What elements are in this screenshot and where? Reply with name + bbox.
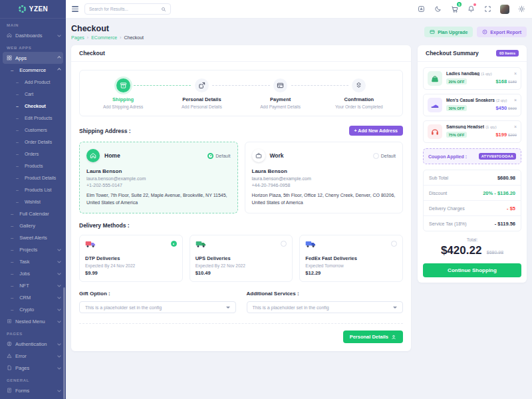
address-card-work[interactable]: Work Default Laura Benson laura.benson@e… <box>245 142 404 213</box>
step-personal-details[interactable]: Personal Details Add Personal Details <box>162 78 241 109</box>
sidebar-item-crypto[interactable]: Crypto <box>0 303 66 315</box>
default-radio-work[interactable]: Default <box>373 153 396 159</box>
address-card-home[interactable]: Home Default Laura Benson laura.benson@e… <box>79 142 238 213</box>
radio-selected-icon <box>207 153 213 159</box>
page-header: Checkout Pages ECommerce Checkout Plan U… <box>71 24 527 40</box>
notifications-bell-icon[interactable] <box>467 5 475 13</box>
delivery-card-ups[interactable]: UPS Deliveries Expected By 22 Nov 2022 $… <box>190 235 293 282</box>
sidebar-scrollbar[interactable] <box>63 287 65 399</box>
sidebar-item-checkout[interactable]: Checkout <box>0 100 66 112</box>
delivery-card-fedex[interactable]: FedEx Fast Deliveries Expected Tomorrow … <box>299 235 403 282</box>
settings-gear-icon[interactable] <box>517 5 526 13</box>
coupon-applied-box: Coupon Applied : ATYVB97GOOAA <box>423 148 521 164</box>
sidebar-item-authentication[interactable]: Authentication <box>0 338 66 350</box>
topbar-icons: 5 <box>417 5 526 14</box>
step-shipping[interactable]: Shipping Add Shipping Adress <box>84 78 162 109</box>
user-lock-icon <box>7 341 12 346</box>
menu-toggle-icon[interactable] <box>72 6 78 11</box>
truck-icon <box>85 241 177 251</box>
sidebar-item-crm[interactable]: CRM <box>0 291 66 303</box>
sidebar-item-sweet-alerts[interactable]: Sweet Alerts <box>0 231 66 243</box>
cart-count-badge: 5 <box>457 2 462 7</box>
sidebar-item-edit-products[interactable]: Edit Products <box>0 112 66 124</box>
fullscreen-icon[interactable] <box>483 5 492 13</box>
language-icon[interactable] <box>417 5 426 13</box>
sidebar-item-dashboards[interactable]: Dashboards <box>0 29 66 41</box>
continue-shopping-button[interactable]: Continue Shopping <box>423 263 521 277</box>
sidebar-item-forms[interactable]: Forms <box>0 384 66 396</box>
truck-icon <box>305 241 397 251</box>
total-old-amount: $680.98 <box>487 250 503 255</box>
briefcase-icon <box>252 149 265 162</box>
add-new-address-button[interactable]: + Add New Address <box>349 126 403 136</box>
gift-option-select[interactable]: This is a placeholder set in the config <box>79 301 236 313</box>
step-confirmation[interactable]: Confrmation Your Order Is Completed <box>320 78 398 109</box>
sidebar-item-full-calendar[interactable]: Full Calendar <box>0 207 66 219</box>
coupon-code-badge: ATYVB97GOOAA <box>479 153 516 160</box>
box-icon <box>7 319 12 324</box>
remove-item-icon[interactable]: × <box>514 98 517 102</box>
logo-text: YZEN <box>29 5 48 13</box>
remove-item-icon[interactable]: × <box>514 71 517 76</box>
notification-dot <box>473 3 476 6</box>
sidebar-item-label: Apps <box>15 55 27 61</box>
sneaker-icon <box>428 98 442 112</box>
sidebar-item-products[interactable]: Products <box>0 160 66 172</box>
service-tax-row: Service Tax (18%) - $119.56 <box>424 216 521 231</box>
chevron-down-icon <box>57 271 61 275</box>
delivery-card-dtp[interactable]: DTP Deliveries Expected By 24 Nov 2022 $… <box>79 235 183 282</box>
card-icon <box>430 29 435 35</box>
gift-option-label: Gift Option : <box>79 291 236 297</box>
plan-upgrade-button[interactable]: Plan Upgrade <box>424 27 473 37</box>
chevron-down-icon <box>57 319 61 323</box>
chevron-down-icon <box>57 366 61 370</box>
dark-mode-moon-icon[interactable] <box>434 5 442 13</box>
personal-details-next-button[interactable]: Personal Details <box>343 331 403 343</box>
sidebar: YZEN MAIN Dashboards WEB APPS Apps Ecomm… <box>0 0 66 399</box>
sidebar-item-customers[interactable]: Customers <box>0 124 66 136</box>
sidebar-item-pages[interactable]: Pages <box>0 362 66 374</box>
subtotal-row: Sub Total $680.98 <box>424 170 521 186</box>
form-icon <box>7 388 12 393</box>
radio-unselected-icon[interactable] <box>391 241 397 247</box>
additional-services-label: Additional Services : <box>247 291 404 297</box>
sidebar-item-cart[interactable]: Cart <box>0 88 66 100</box>
sidebar-item-wishlist[interactable]: Wishlist <box>0 196 66 207</box>
search-box[interactable] <box>84 3 171 15</box>
breadcrumb-ecommerce[interactable]: ECommerce <box>91 35 117 40</box>
sidebar-item-gallery[interactable]: Gallery <box>0 219 66 231</box>
cart-icon[interactable]: 5 <box>450 5 459 13</box>
breadcrumb-separator <box>120 35 121 40</box>
download-icon <box>482 29 487 35</box>
sidebar-item-nft[interactable]: NFT <box>0 279 66 291</box>
sidebar-item-products-list[interactable]: Products List <box>0 184 66 196</box>
discount-badge: 20% OFF <box>446 78 467 84</box>
sidebar-item-product-details[interactable]: Product Details <box>0 172 66 184</box>
user-avatar[interactable] <box>500 5 509 14</box>
remove-item-icon[interactable]: × <box>514 124 517 129</box>
export-report-button[interactable]: Export Report <box>477 27 527 37</box>
additional-services-select[interactable]: This is a placeholder set in the config <box>247 301 404 313</box>
breadcrumb-pages[interactable]: Pages <box>71 35 84 40</box>
sidebar-item-projects[interactable]: Projects <box>0 243 66 255</box>
chevron-down-icon <box>57 295 61 299</box>
search-input[interactable] <box>89 7 158 11</box>
chevron-down-icon <box>226 307 230 309</box>
sidebar-item-jobs[interactable]: Jobs <box>0 267 66 279</box>
home-icon <box>86 149 100 162</box>
sidebar-item-add-product[interactable]: Add Product <box>0 76 66 88</box>
discount-row: Discount 20% - $136.20 <box>424 186 521 201</box>
sidebar-item-nested-menu[interactable]: Nested Menu <box>0 315 66 327</box>
step-payment[interactable]: Payment Add Payment Details <box>241 78 320 109</box>
sidebar-item-ecommerce[interactable]: Ecommerce <box>0 64 66 76</box>
search-icon[interactable] <box>161 7 166 12</box>
sidebar-item-orders[interactable]: Orders <box>0 148 66 160</box>
radio-selected-icon[interactable] <box>171 241 177 247</box>
default-radio-home[interactable]: Default <box>207 153 230 159</box>
app-logo[interactable]: YZEN <box>0 0 66 19</box>
delivery-charges-row: Delivery Charges - $5 <box>424 201 521 216</box>
sidebar-item-order-details[interactable]: Order Details <box>0 136 66 148</box>
sidebar-item-error[interactable]: Error <box>0 350 66 362</box>
sidebar-item-apps[interactable]: Apps <box>3 52 63 64</box>
sidebar-item-task[interactable]: Task <box>0 255 66 267</box>
